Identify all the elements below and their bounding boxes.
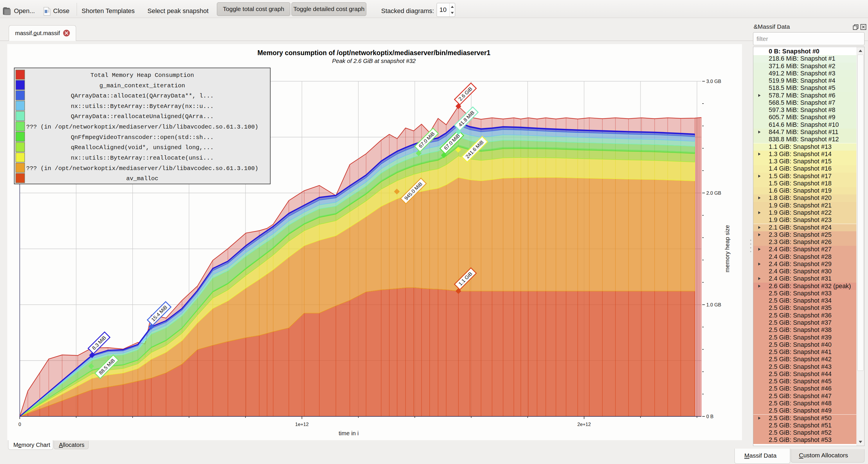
svg-text:time in i: time in i bbox=[339, 430, 359, 436]
svg-text:??? (in /opt/networkoptix/medi: ??? (in /opt/networkoptix/mediaserver/li… bbox=[26, 165, 258, 172]
svg-text:1e+12: 1e+12 bbox=[295, 422, 309, 427]
svg-text:QArrayData::reallocateUnaligne: QArrayData::reallocateUnaligned(QArra... bbox=[71, 113, 214, 120]
svg-text:2.0 GB: 2.0 GB bbox=[706, 190, 721, 196]
svg-text:QArrayData::allocate1(QArrayDa: QArrayData::allocate1(QArrayData**, l... bbox=[71, 93, 214, 99]
svg-text:QnFfmpegVideoTranscoder::open(: QnFfmpegVideoTranscoder::open(std::sh... bbox=[71, 134, 214, 141]
svg-text:qReallocAligned(void*, unsigne: qReallocAligned(void*, unsigned long,... bbox=[71, 144, 214, 151]
svg-text:memory heap size: memory heap size bbox=[724, 225, 731, 272]
svg-text:1.0 GB: 1.0 GB bbox=[706, 302, 721, 307]
svg-text:av_malloc: av_malloc bbox=[126, 175, 158, 182]
svg-text:0 B: 0 B bbox=[706, 414, 714, 419]
svg-text:g_main_context_iteration: g_main_context_iteration bbox=[99, 82, 185, 89]
svg-text:3.0 GB: 3.0 GB bbox=[706, 79, 721, 84]
svg-text:??? (in /opt/networkoptix/medi: ??? (in /opt/networkoptix/mediaserver/li… bbox=[26, 124, 258, 130]
svg-text:0: 0 bbox=[18, 422, 21, 427]
svg-text:Total Memory Heap Consumption: Total Memory Heap Consumption bbox=[91, 72, 194, 79]
svg-text:Peak of 2.6 GiB at snapshot #3: Peak of 2.6 GiB at snapshot #32 bbox=[332, 58, 416, 64]
svg-text:nx::utils::ByteArray::realloca: nx::utils::ByteArray::reallocate(unsi... bbox=[71, 155, 214, 161]
svg-text:Memory consumption of /opt/net: Memory consumption of /opt/networkoptix/… bbox=[257, 49, 491, 57]
svg-text:nx::utils::ByteArray::ByteArra: nx::utils::ByteArray::ByteArray(nx::u... bbox=[71, 103, 214, 110]
svg-text:2e+12: 2e+12 bbox=[578, 422, 591, 427]
